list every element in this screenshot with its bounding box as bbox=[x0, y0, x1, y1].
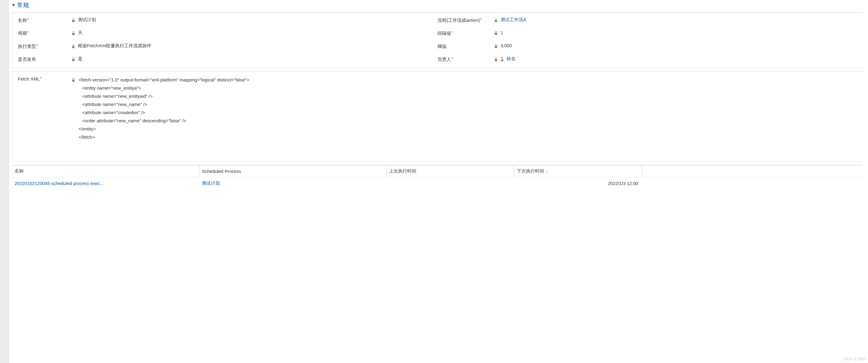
row-next-run: 2022/1/3 12:00 bbox=[514, 177, 642, 190]
value-threshold[interactable]: 3,000 bbox=[494, 43, 858, 48]
process-link[interactable]: 测试工作流A bbox=[500, 17, 526, 23]
xml-line: <fetch version="1.0" output-format="xml-… bbox=[79, 76, 249, 84]
xml-line: </fetch> bbox=[79, 133, 249, 141]
col-header-scheduled-process[interactable]: Scheduled Process bbox=[199, 165, 386, 177]
name-text: 测试计划 bbox=[78, 17, 96, 23]
lock-icon bbox=[72, 44, 75, 48]
subgrid-table: 名称 Scheduled Process 上次执行时间 下次执行时间 ↓ 202… bbox=[12, 165, 863, 189]
lock-icon bbox=[72, 57, 75, 61]
row-last-run bbox=[386, 177, 514, 190]
value-process[interactable]: 测试工作流A bbox=[494, 17, 858, 23]
xml-line: <attribute name="createdon" /> bbox=[79, 108, 249, 117]
col-header-spacer bbox=[642, 165, 863, 177]
exec-type-text: 根据FetchXml批量执行工作流或操作 bbox=[78, 43, 152, 49]
label-exec-type: 执行类型* bbox=[18, 43, 69, 50]
label-name: 名称* bbox=[18, 17, 69, 23]
published-text: 是 bbox=[78, 56, 83, 62]
row-process-link[interactable]: 测试计划 bbox=[202, 180, 220, 186]
value-owner[interactable]: 姓名 bbox=[494, 56, 858, 62]
value-period[interactable]: 天 bbox=[72, 30, 435, 36]
lock-icon bbox=[494, 43, 498, 48]
value-fetchxml[interactable]: <fetch version="1.0" output-format="xml-… bbox=[72, 76, 858, 141]
lock-icon bbox=[494, 57, 498, 61]
xml-line: <attribute name="new_name" /> bbox=[79, 100, 249, 108]
label-interval: 间隔值* bbox=[437, 30, 492, 36]
table-header-row: 名称 Scheduled Process 上次执行时间 下次执行时间 ↓ bbox=[12, 165, 863, 177]
col-header-last-run[interactable]: 上次执行时间 bbox=[386, 165, 514, 177]
xml-line: <entity name="new_entitya"> bbox=[79, 84, 249, 92]
fetchxml-panel: Fetch XML* <fetch version="1.0" output-f… bbox=[12, 71, 863, 162]
threshold-text: 3,000 bbox=[500, 43, 512, 48]
general-panel: 名称* 测试计划 流程(工作流或action)* 测试工作流A 周期* bbox=[12, 12, 863, 68]
value-exec-type[interactable]: 根据FetchXml批量执行工作流或操作 bbox=[72, 43, 435, 49]
xml-line: </entity> bbox=[79, 125, 249, 133]
col-header-next-run[interactable]: 下次执行时间 ↓ bbox=[514, 165, 642, 177]
period-text: 天 bbox=[78, 30, 83, 36]
label-published: 是否发布 bbox=[18, 56, 69, 62]
fetchxml-text: <fetch version="1.0" output-format="xml-… bbox=[79, 76, 249, 141]
section-header-general[interactable]: 常规 bbox=[12, 1, 863, 9]
left-gutter bbox=[0, 0, 9, 363]
row-name-link[interactable]: 20220102120045 scheduled process exec... bbox=[14, 181, 104, 186]
lock-icon bbox=[494, 18, 498, 22]
label-process: 流程(工作流或action)* bbox=[437, 17, 492, 23]
owner-link[interactable]: 姓名 bbox=[506, 56, 516, 62]
value-interval[interactable]: 1 bbox=[494, 30, 858, 35]
label-period: 周期* bbox=[18, 30, 69, 36]
lock-icon bbox=[72, 77, 75, 82]
person-icon bbox=[500, 57, 504, 61]
subgrid-panel: 名称 Scheduled Process 上次执行时间 下次执行时间 ↓ 202… bbox=[12, 165, 863, 189]
lock-icon bbox=[72, 18, 75, 22]
lock-icon bbox=[494, 31, 498, 35]
collapse-triangle-icon bbox=[12, 4, 15, 6]
xml-line: <order attribute="new_name" descending="… bbox=[79, 117, 249, 125]
lock-icon bbox=[72, 31, 75, 35]
label-threshold: 阈值 bbox=[437, 43, 492, 50]
value-published[interactable]: 是 bbox=[72, 56, 435, 62]
label-fetchxml: Fetch XML* bbox=[18, 76, 69, 81]
interval-text: 1 bbox=[500, 30, 503, 35]
col-header-name[interactable]: 名称 bbox=[12, 165, 199, 177]
value-name[interactable]: 测试计划 bbox=[72, 17, 435, 23]
section-title: 常规 bbox=[17, 1, 29, 9]
xml-line: <attribute name="new_entityaid" /> bbox=[79, 92, 249, 100]
sort-desc-icon: ↓ bbox=[546, 169, 548, 173]
table-row[interactable]: 20220102120045 scheduled process exec...… bbox=[12, 177, 863, 190]
label-owner: 负责人* bbox=[437, 56, 492, 62]
